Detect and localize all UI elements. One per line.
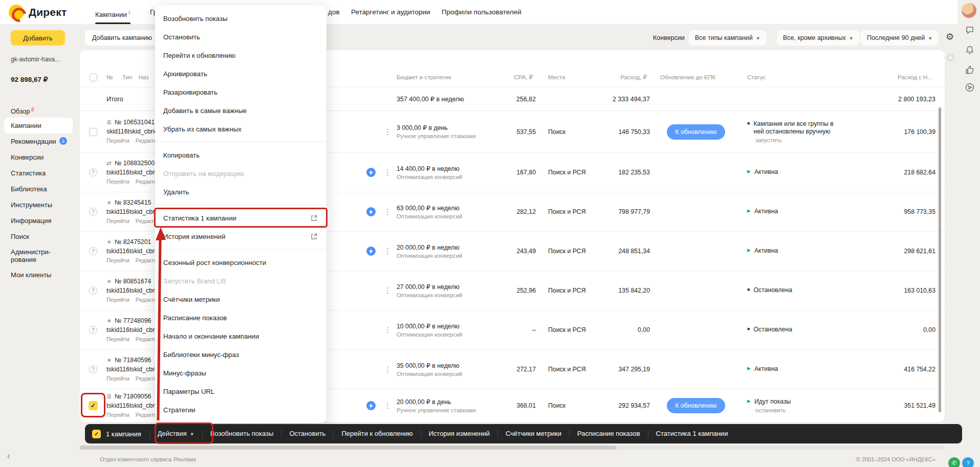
menu-item-copy[interactable]: Копировать xyxy=(155,146,326,164)
bell-icon[interactable] xyxy=(965,45,975,55)
status-action-link[interactable]: запустить xyxy=(755,137,890,143)
row-menu-icon[interactable]: ⋮ xyxy=(379,365,397,374)
tab-retargeting[interactable]: Ретаргетинг и аудитории xyxy=(351,0,430,24)
campaign-number[interactable]: № 77248096 xyxy=(115,317,151,325)
go-link[interactable]: Перейти xyxy=(106,375,129,383)
help-icon[interactable]: ? xyxy=(89,247,97,255)
menu-item-minus-phrases[interactable]: Минус-фразы xyxy=(155,364,326,382)
row-menu-icon[interactable]: ⋮ xyxy=(379,207,397,216)
bar-show-schedule-button[interactable]: Расписание показов xyxy=(570,424,648,443)
help-icon[interactable]: ? xyxy=(89,208,97,216)
campaign-number[interactable]: № 71840596 xyxy=(115,357,151,365)
add-campaign-button[interactable]: Добавить кампанию xyxy=(85,30,159,46)
column-header-epk-update[interactable]: Обновление до ЕПК xyxy=(650,74,742,80)
menu-item-delete[interactable]: Удалить xyxy=(155,183,326,201)
row-checkbox[interactable] xyxy=(89,128,97,136)
menu-item-strategies[interactable]: Стратегии xyxy=(155,401,326,419)
help-widget-icon[interactable]: ? xyxy=(962,457,974,467)
bar-statistics-1-campaign-button[interactable]: Статистика 1 кампании xyxy=(648,424,736,443)
go-link[interactable]: Перейти xyxy=(106,257,129,264)
menu-item-url-parameters[interactable]: Параметры URL xyxy=(155,382,326,401)
sidebar-item-library[interactable]: Библиотека xyxy=(0,181,77,197)
menu-item-stop[interactable]: Остановить xyxy=(155,28,326,46)
go-link[interactable]: Перейти xyxy=(106,336,129,343)
sidebar-item-recommendations[interactable]: Рекомендации3 xyxy=(0,134,77,149)
campaign-number[interactable]: № 80851674 xyxy=(115,278,151,286)
column-header-name[interactable]: Наз xyxy=(139,74,149,80)
go-link[interactable]: Перейти xyxy=(106,137,129,145)
chat-icon[interactable] xyxy=(965,25,975,35)
go-link[interactable]: Перейти xyxy=(106,178,129,186)
archive-filter[interactable]: Все, кроме архивных▼ xyxy=(777,30,860,46)
account-login[interactable]: gk-avtomir-hava... xyxy=(11,56,60,63)
sidebar-item-overview[interactable]: Обзорβ xyxy=(0,102,77,118)
row-checkbox-checked[interactable]: ✓ xyxy=(89,401,98,410)
column-header-places[interactable]: Места xyxy=(536,74,604,80)
row-menu-icon[interactable]: ⋮ xyxy=(379,286,397,295)
campaign-type-filter[interactable]: Все типы кампаний▼ xyxy=(689,30,767,46)
go-link[interactable]: Перейти xyxy=(106,296,129,304)
table-settings-icon[interactable] xyxy=(947,54,954,61)
sidebar-item-statistics[interactable]: Статистика xyxy=(0,165,77,181)
footer-client-service-link[interactable]: Отдел клиентского сервиса xyxy=(100,456,171,462)
campaign-number[interactable]: № 71809056 xyxy=(115,393,151,401)
column-header-budget[interactable]: Бюджет и стратегия xyxy=(397,74,507,80)
sidebar-item-tools[interactable]: Инструменты xyxy=(0,197,77,213)
row-menu-icon[interactable]: ⋮ xyxy=(379,168,397,177)
help-icon[interactable]: ? xyxy=(89,365,97,373)
sidebar-item-my-clients[interactable]: Мои клиенты xyxy=(0,267,77,283)
campaign-number[interactable]: № 108832500 xyxy=(115,160,155,168)
campaign-number[interactable]: № 106531041 xyxy=(115,119,155,127)
help-icon[interactable]: ? xyxy=(89,326,97,334)
sidebar-item-information[interactable]: Информация xyxy=(0,213,77,229)
campaign-number[interactable]: № 83245415 xyxy=(115,199,151,207)
actions-dropdown-button[interactable]: Действия▼ xyxy=(150,424,202,443)
menu-item-seasonal-conversion-growth[interactable]: Сезонный рост конверсионности xyxy=(155,253,326,272)
conversions-metric-button[interactable]: Конверсии xyxy=(653,30,685,46)
column-header-spend[interactable]: Расход, ₽ xyxy=(604,74,650,81)
row-menu-icon[interactable]: ⋮ xyxy=(379,401,397,410)
row-menu-icon[interactable]: ⋮ xyxy=(379,247,397,256)
app-logo[interactable]: Директ xyxy=(9,0,67,24)
bar-change-history-button[interactable]: История изменений xyxy=(421,424,498,443)
lightning-icon[interactable] xyxy=(366,401,376,410)
tab-user-profiles[interactable]: Профили пользователей xyxy=(442,0,521,24)
status-action-link[interactable]: остановить xyxy=(755,407,890,413)
go-link[interactable]: Перейти xyxy=(106,411,129,419)
column-header-status[interactable]: Статус xyxy=(742,74,890,80)
select-all-checkbox[interactable] xyxy=(90,74,97,81)
row-menu-icon[interactable]: ⋮ xyxy=(379,325,397,335)
lightning-icon[interactable] xyxy=(366,247,376,256)
tab-reports-truncated[interactable]: дов xyxy=(328,0,340,24)
gear-icon[interactable]: ⚙ xyxy=(946,31,954,42)
vertical-scrollbar[interactable] xyxy=(939,107,941,412)
menu-item-show-schedule[interactable]: Расписание показов xyxy=(155,308,326,327)
tab-campaigns[interactable]: Кампании1 xyxy=(95,0,130,24)
epk-update-button[interactable]: К обновлению xyxy=(667,398,725,413)
period-filter[interactable]: Последние 90 дней▼ xyxy=(861,30,939,46)
bar-metrica-counters-button[interactable]: Счётчики метрики xyxy=(498,424,569,443)
help-icon[interactable]: ? xyxy=(89,168,97,176)
bar-resume-shows-button[interactable]: Возобновить показы xyxy=(203,424,281,443)
support-chat-widget-icon[interactable]: ✆ xyxy=(948,457,960,467)
row-menu-icon[interactable]: ⋮ xyxy=(379,127,397,137)
thumbs-up-icon[interactable] xyxy=(965,65,975,75)
add-button[interactable]: Добавить xyxy=(11,30,65,46)
column-header-spend-n[interactable]: Расход с Н... xyxy=(890,74,935,80)
horizontal-scrollbar[interactable] xyxy=(80,446,945,450)
menu-item-change-history[interactable]: История изменений xyxy=(155,227,326,246)
sidebar-item-campaigns[interactable]: Кампании xyxy=(4,118,73,134)
column-header-cpa[interactable]: CPA, ₽ xyxy=(507,74,536,81)
menu-item-resume-shows[interactable]: Возобновить показы xyxy=(155,9,326,28)
column-header-type[interactable]: Тип xyxy=(122,74,139,80)
menu-item-remove-from-important[interactable]: Убрать из самых важных xyxy=(155,120,326,138)
bar-stop-button[interactable]: Остановить xyxy=(281,424,333,443)
campaign-number[interactable]: № 82475201 xyxy=(115,238,151,247)
lightning-icon[interactable] xyxy=(366,168,376,177)
selection-checkbox[interactable]: ✓ xyxy=(92,430,101,438)
footer-advertising-link[interactable]: Реклама xyxy=(173,456,196,462)
menu-item-metrica-counters[interactable]: Счётчики метрики xyxy=(155,290,326,308)
sidebar-collapse-icon[interactable]: ‹ xyxy=(7,451,10,461)
bar-go-to-update-button[interactable]: Перейти к обновлению xyxy=(334,424,420,443)
menu-item-statistics-1-campaign[interactable]: Статистика 1 кампании xyxy=(155,209,326,227)
